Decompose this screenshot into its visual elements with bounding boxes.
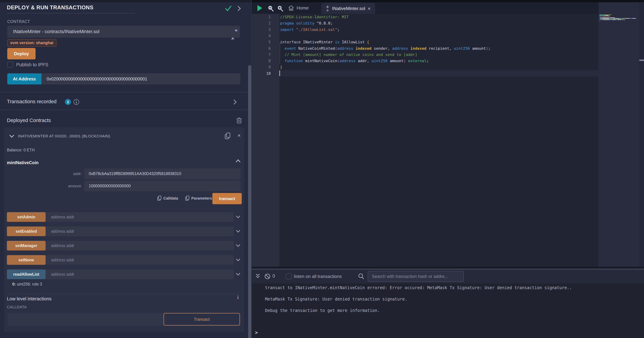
param-input-amount[interactable]	[84, 181, 241, 191]
terminal-search-input[interactable]	[368, 271, 464, 282]
function-input-readAllowList[interactable]	[46, 270, 234, 279]
open-transactions-chevron-icon[interactable]	[232, 99, 238, 105]
line-number: 1	[252, 14, 271, 20]
trash-icon[interactable]	[236, 117, 242, 124]
contract-select-value: INativeMinter - contracts/INativeMinter.…	[13, 29, 100, 34]
terminal-log: transact to INativeMinter.mintNativeCoin…	[265, 285, 572, 319]
minimap-column	[598, 2, 639, 267]
window-top-strip	[0, 0, 252, 2]
at-address-input[interactable]	[42, 73, 240, 84]
at-address-button[interactable]: At Address	[7, 73, 42, 84]
transactions-count-badge: 2	[65, 99, 71, 105]
line-number: 4	[252, 33, 271, 39]
minimap-line	[600, 15, 608, 16]
line-number: 6	[252, 46, 271, 52]
line-number: 10	[252, 70, 271, 77]
remove-contract-close-icon[interactable]: ×	[238, 132, 241, 138]
card-divider	[8, 294, 240, 294]
evm-version-badge: evm version: shanghai	[7, 39, 56, 46]
code-line-1: //SPDX-License-Identifier: MIT	[280, 14, 348, 20]
copy-calldata-label: Calldata	[163, 196, 178, 200]
function-row-setNone: setNone	[7, 255, 234, 265]
function-row-setManager: setManager	[7, 241, 234, 250]
deployed-contract-card: INATIVEMINTER AT 0X020...00001 (BLOCKCHA…	[4, 128, 244, 332]
deploy-button[interactable]: Deploy	[7, 48, 36, 60]
expand-function-chevron-icon[interactable]	[236, 212, 241, 222]
publish-to-ipfs-checkbox[interactable]	[7, 62, 13, 68]
line-number: 5	[252, 39, 271, 45]
low-level-calldata-input[interactable]	[8, 313, 164, 326]
copy-calldata-button[interactable]: Calldata	[157, 196, 178, 201]
editor-top-strip	[252, 0, 644, 2]
code-line-8: function mintNativeCoin(address addr, ui…	[280, 58, 429, 64]
code-line-5: interface INativeMinter is IAllowList {	[280, 39, 369, 45]
home-icon	[288, 5, 294, 11]
clear-console-ban-icon[interactable]	[264, 273, 271, 280]
expand-function-chevron-icon[interactable]	[236, 255, 241, 265]
compile-success-check-icon	[224, 5, 232, 12]
low-level-info-icon[interactable]: i	[237, 294, 238, 300]
function-row-readAllowList: readAllowList	[7, 270, 234, 279]
minimap-line	[600, 14, 611, 15]
section-divider	[0, 92, 252, 92]
expand-function-chevron-icon[interactable]	[236, 241, 241, 250]
search-icon	[358, 273, 364, 280]
current-line-highlight	[279, 70, 598, 76]
expand-function-chevron-icon[interactable]	[236, 270, 241, 279]
function-input-setEnabled[interactable]	[46, 226, 234, 236]
low-level-title: Low level interactions	[7, 296, 52, 302]
function-input-setManager[interactable]	[46, 241, 234, 250]
line-number: 3	[252, 26, 271, 33]
deploy-run-panel: DEPLOY & RUN TRANSACTIONS CONTRACT INati…	[0, 0, 252, 338]
editor-scrollbar-track[interactable]	[639, 2, 644, 267]
run-script-play-icon[interactable]	[257, 5, 262, 12]
listen-all-transactions-label: listen on all transactions	[294, 274, 342, 279]
code-line-2: pragma solidity ^0.8.0;	[280, 20, 333, 26]
collapse-contract-chevron-icon[interactable]	[9, 134, 14, 138]
low-level-transact-button[interactable]: Transact	[164, 313, 240, 326]
calldata-label: CALLDATA	[7, 305, 26, 309]
function-input-setAdmin[interactable]	[46, 212, 234, 222]
function-input-setNone[interactable]	[46, 255, 234, 265]
tab-inativeminter-sol[interactable]: INativeMinter.sol ×	[322, 3, 375, 14]
copy-address-icon[interactable]	[224, 132, 231, 140]
function-button-setNone[interactable]: setNone	[7, 255, 46, 265]
function-button-setManager[interactable]: setManager	[7, 241, 46, 250]
zoom-in-icon[interactable]	[277, 5, 284, 12]
line-number: 2	[252, 20, 271, 26]
select-arrows-icon	[231, 29, 234, 35]
function-button-setEnabled[interactable]: setEnabled	[7, 226, 46, 236]
minimap-line	[600, 18, 636, 19]
copy-parameters-label: Parameters	[191, 196, 212, 200]
collapse-function-chevron-up-icon[interactable]	[236, 159, 241, 163]
listen-all-transactions-checkbox[interactable]	[286, 274, 292, 279]
expand-terminal-double-chevron-icon[interactable]	[255, 274, 260, 279]
expand-function-chevron-icon[interactable]	[236, 226, 241, 236]
editor-scrollbar-mark[interactable]	[639, 60, 644, 61]
param-label: amount:	[61, 184, 82, 188]
editor-tab-bar: Home INativeMinter.sol ×	[252, 2, 598, 14]
minimap-line	[600, 20, 625, 20]
minimap-line	[600, 20, 600, 21]
transact-button[interactable]: transact	[212, 193, 242, 204]
publish-to-ipfs-label: Publish to IPFS	[16, 62, 48, 68]
terminal-prompt[interactable]: >	[255, 330, 258, 336]
terminal-panel: 0 listen on all transactions transact to…	[252, 267, 644, 338]
tab-close-icon[interactable]: ×	[368, 6, 371, 11]
terminal-log-line: MetaMask Tx Signature: User denied trans…	[265, 296, 572, 302]
code-editor[interactable]: Home INativeMinter.sol × 1//SPDX-License…	[252, 0, 644, 267]
collapse-panel-chevron-icon[interactable]	[236, 6, 242, 12]
minimap-line	[600, 16, 610, 16]
param-input-addr[interactable]	[84, 168, 241, 179]
sidebar-scrollbar-thumb[interactable]	[248, 65, 251, 338]
minimap-line	[600, 19, 623, 19]
function-button-setAdmin[interactable]: setAdmin	[7, 212, 46, 222]
contract-select[interactable]: INativeMinter - contracts/INativeMinter.…	[7, 26, 240, 38]
copy-parameters-button[interactable]: Parameters	[185, 196, 212, 201]
zoom-out-icon[interactable]	[268, 5, 274, 12]
info-icon[interactable]	[73, 99, 80, 105]
function-button-readAllowList[interactable]: readAllowList	[7, 270, 46, 279]
tab-home[interactable]: Home	[288, 2, 308, 14]
code-line-3: import "./IAllowList.sol";	[280, 26, 340, 33]
solidity-file-icon	[326, 6, 330, 12]
